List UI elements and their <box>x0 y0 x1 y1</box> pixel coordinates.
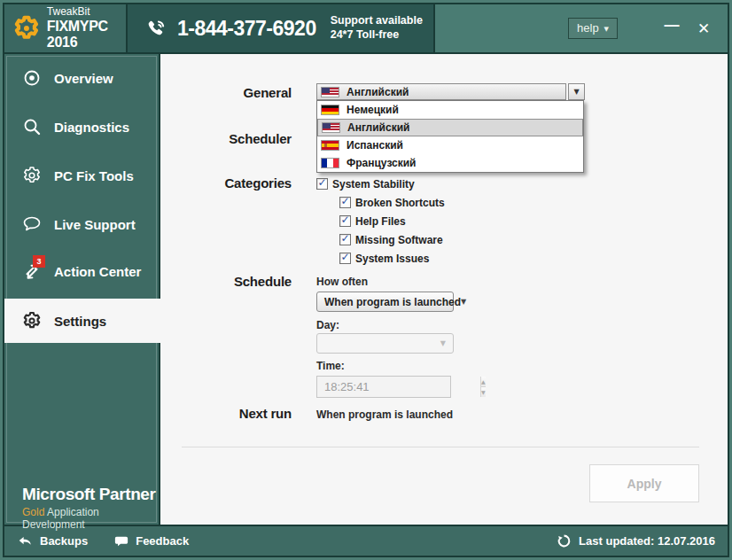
brand-name: TweakBit <box>47 6 126 19</box>
language-combobox[interactable]: Английский <box>316 83 566 100</box>
window-controls-area: help ▼ — ✕ <box>435 4 728 52</box>
checkbox-icon: ✓ <box>339 234 351 245</box>
chevron-down-icon: ▼ <box>440 339 446 347</box>
language-option-french[interactable]: Французский <box>317 154 583 172</box>
us-flag-icon <box>322 122 340 133</box>
feedback-bubble-icon <box>114 534 128 548</box>
checkbox-icon: ✓ <box>339 253 351 264</box>
sidebar-item-pc-fix-tools[interactable]: PC Fix Tools <box>4 153 160 198</box>
sidebar-item-label: Settings <box>54 314 106 329</box>
footer-links: Backups Feedback <box>17 533 189 549</box>
check-icon: ✓ <box>341 195 350 207</box>
checkbox-help-files[interactable]: ✓ Help Files <box>339 214 406 228</box>
checkbox-icon: ✓ <box>339 197 351 208</box>
general-section-label: General <box>160 85 292 100</box>
partner-title: Microsoft Partner <box>22 485 159 505</box>
language-option-label: Французский <box>347 157 417 169</box>
language-option-english[interactable]: Английский <box>317 119 583 136</box>
check-icon: ✓ <box>341 251 350 263</box>
sidebar: Overview Diagnostics PC Fix Tools <box>4 54 160 525</box>
search-icon <box>22 117 42 136</box>
phone-area: 1-844-377-6920 Support available 24*7 To… <box>128 4 435 52</box>
sidebar-item-live-support[interactable]: Live Support <box>4 202 160 246</box>
how-often-label: How often <box>316 276 368 288</box>
support-phone-number: 1-844-377-6920 <box>177 17 316 41</box>
time-input <box>317 377 480 397</box>
app-window: TweakBit FIXMYPC 2016 1-844-377-6920 Sup… <box>0 0 732 560</box>
action-center-badge: 3 <box>33 255 45 268</box>
sidebar-item-diagnostics[interactable]: Diagnostics <box>4 105 160 149</box>
checkbox-system-stability[interactable]: ✓ System Stability <box>316 177 415 191</box>
close-button[interactable]: ✕ <box>692 19 715 37</box>
chevron-down-icon: ▼ <box>604 26 609 33</box>
time-spinner-buttons: ▲ ▼ <box>480 377 486 397</box>
language-option-label: Испанский <box>347 139 403 152</box>
language-option-spanish[interactable]: Испанский <box>317 136 583 154</box>
phone-icon <box>144 16 168 41</box>
time-spinner-field: ▲ ▼ <box>316 376 451 398</box>
product-name: FIXMYPC 2016 <box>47 19 126 51</box>
how-often-value: When program is launched <box>324 296 461 308</box>
sidebar-item-label: Live Support <box>54 217 136 232</box>
apply-button[interactable]: Apply <box>589 464 699 502</box>
checkbox-broken-shortcuts[interactable]: ✓ Broken Shortcuts <box>339 196 445 209</box>
support-line1: Support available <box>331 14 423 28</box>
language-dropdown-list: Немецкий Английский Испанский Французски… <box>316 100 584 173</box>
partner-subtitle: Gold Application Development <box>22 506 159 532</box>
backups-label: Backups <box>40 534 88 548</box>
sidebar-item-overview[interactable]: Overview <box>4 56 160 100</box>
support-availability: Support available 24*7 Toll-free <box>331 14 423 42</box>
help-button-label: help <box>577 21 599 35</box>
day-label: Day: <box>316 319 339 331</box>
es-flag-icon <box>321 140 339 151</box>
backups-link[interactable]: Backups <box>17 533 88 549</box>
gear-icon <box>22 166 42 185</box>
language-selected-value: Английский <box>347 86 409 98</box>
language-option-label: Немецкий <box>347 104 399 116</box>
checkbox-icon: ✓ <box>316 178 328 190</box>
checkbox-label: Missing Software <box>355 234 443 246</box>
checkbox-icon: ✓ <box>339 215 351 227</box>
how-often-select[interactable]: When program is launched ▼ <box>316 292 454 312</box>
chat-icon <box>22 214 42 234</box>
chevron-down-icon: ▼ <box>461 298 466 306</box>
us-flag-icon <box>321 87 339 97</box>
de-flag-icon <box>321 105 339 115</box>
arrows-icon: 3 <box>22 261 42 281</box>
check-icon: ✓ <box>341 214 350 226</box>
sidebar-item-settings[interactable]: Settings <box>4 299 162 343</box>
day-select: ▼ <box>316 333 454 354</box>
checkbox-label: System Issues <box>355 253 429 265</box>
language-option-german[interactable]: Немецкий <box>317 101 583 119</box>
next-run-label: Next run <box>160 406 292 421</box>
sidebar-item-label: Action Center <box>54 264 141 279</box>
time-label: Time: <box>316 360 345 372</box>
feedback-link[interactable]: Feedback <box>114 533 189 549</box>
refresh-icon <box>557 533 572 548</box>
minimize-button[interactable]: — <box>660 17 683 35</box>
scheduler-section-label: Scheduler <box>160 131 292 146</box>
schedule-section-label: Schedule <box>160 274 292 289</box>
help-button[interactable]: help ▼ <box>568 18 618 39</box>
spinner-down-icon: ▼ <box>481 387 486 397</box>
window-inner: TweakBit FIXMYPC 2016 1-844-377-6920 Sup… <box>3 3 729 557</box>
backup-restore-icon <box>17 533 33 549</box>
check-icon: ✓ <box>341 232 350 245</box>
support-line2: 24*7 Toll-free <box>331 28 423 43</box>
sidebar-item-action-center[interactable]: 3 Action Center <box>4 249 160 293</box>
partner-gold-label: Gold <box>22 506 44 518</box>
window-body: Overview Diagnostics PC Fix Tools <box>4 54 728 525</box>
target-icon <box>22 68 42 88</box>
last-updated-area: Last updated: 12.07.2016 <box>557 533 715 548</box>
checkbox-system-issues[interactable]: ✓ System Issues <box>339 252 429 265</box>
check-icon: ✓ <box>318 176 327 189</box>
section-divider <box>182 447 699 447</box>
checkbox-missing-software[interactable]: ✓ Missing Software <box>339 233 443 246</box>
language-option-label: Английский <box>347 121 409 134</box>
next-run-value: When program is launched <box>316 408 453 421</box>
spinner-up-icon: ▲ <box>481 377 486 387</box>
app-logo-gear-icon <box>13 12 40 44</box>
brand-area: TweakBit FIXMYPC 2016 <box>4 4 128 52</box>
sidebar-item-label: Overview <box>54 71 113 86</box>
language-combobox-arrow-button[interactable]: ▼ <box>568 83 585 100</box>
